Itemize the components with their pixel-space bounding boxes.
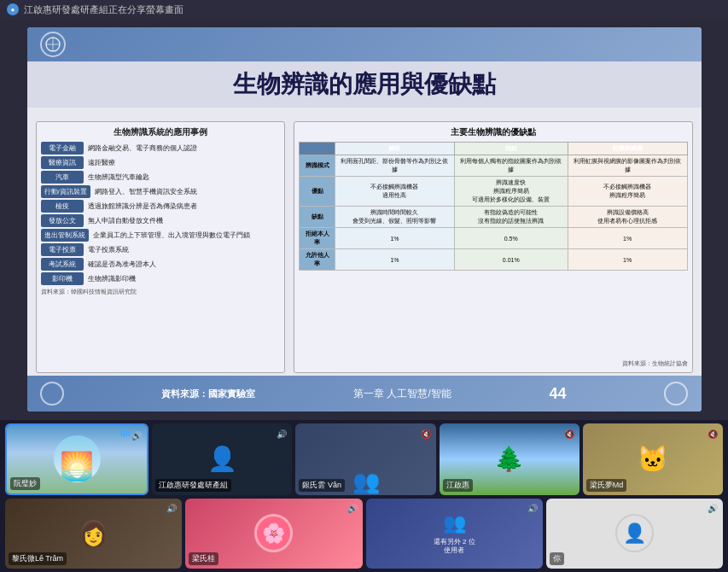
left-category: 行動/資訊裝置 [41, 185, 90, 198]
right-source: 資料來源：生物統計協會 [299, 360, 687, 368]
left-panel-title: 生物辨識系統的應用事例 [41, 126, 281, 138]
participant-name: 你 [550, 552, 564, 565]
left-category: 考試系統 [41, 258, 84, 271]
left-desc: 電子投票系統 [85, 243, 281, 256]
slide-top-decoration [27, 27, 702, 61]
table-row: 優點 不必接觸辨識機器適用性高 辨識速度快辨識程序簡易可適用於多樣化的設備、裝置… [300, 177, 687, 207]
finger-cell: 利用每個人獨有的指紋圖案作為判別依據 [454, 155, 568, 177]
left-rows-container: 電子金融 網路金融交易、電子商務的個人認證 醫療資訊 遠距醫療 汽車 生物辨識型… [41, 142, 281, 285]
iris-cell: 1% [568, 249, 687, 271]
table-row: 缺點 辨識時間時間較久會受到光線、假髮、照明等影響 有指紋偽造的可能性沒有指紋的… [300, 207, 687, 228]
bio-table: 臉部 指紋 虹膜與網膜 辨識模式 利用面孔間距、部份骨骼等作為判別之依據 利用每… [299, 142, 687, 271]
left-row: 影印機 生物辨識影印機 [41, 272, 281, 285]
left-row: 醫療資訊 遠距醫療 [41, 156, 281, 169]
presentation-area: 生物辨識的應用與優缺點 生物辨識系統的應用事例 電子金融 網路金融交易、電子商務… [0, 19, 728, 420]
participant-tile[interactable]: 🐱 梁氏夢Md🔇 [583, 423, 723, 495]
table-container: 臉部 指紋 虹膜與網膜 辨識模式 利用面孔間距、部份骨骼等作為判別之依據 利用每… [299, 142, 687, 358]
table-row: 辨識模式 利用面孔間距、部份骨骼等作為判別之依據 利用每個人獨有的指紋圖案作為判… [300, 155, 687, 177]
participant-name: 銀氏雲 Vân [299, 479, 345, 492]
left-row: 進出管制系統 企業員工的上下班管理、出入境管理與數位電子門鎖 [41, 229, 281, 242]
mic-active-icon: 🔊 [707, 503, 719, 515]
slide-container: 生物辨識的應用與優缺點 生物辨識系統的應用事例 電子金融 網路金融交易、電子商務… [27, 27, 702, 411]
participant-tile[interactable]: 🌅 阮璧妙🔊 [5, 423, 149, 495]
left-category: 電子金融 [41, 142, 84, 155]
bottom-ornament-left [40, 382, 64, 406]
left-desc: 企業員工的上下班管理、出入境管理與數位電子門鎖 [90, 229, 281, 242]
finger-cell: 0.01% [454, 249, 568, 271]
participant-name: 梁氏夢Md [586, 479, 627, 492]
left-desc: 生物辨識影印機 [85, 272, 281, 285]
left-category: 汽車 [41, 171, 84, 184]
mic-active-icon: 🔊 [131, 429, 143, 441]
mic-muted-icon: 🔇 [420, 428, 432, 440]
mic-active-icon: 🔊 [166, 503, 178, 515]
slide-body: 生物辨識系統的應用事例 電子金融 網路金融交易、電子商務的個人認證 醫療資訊 遠… [36, 121, 693, 373]
left-desc: 遠距醫療 [85, 156, 281, 169]
bio-table-body: 辨識模式 利用面孔間距、部份骨骼等作為判別之依據 利用每個人獨有的指紋圖案作為判… [300, 155, 687, 271]
app-icon: ● [7, 3, 19, 15]
row-header: 缺點 [300, 207, 335, 228]
mic-active-icon: 🔊 [347, 503, 358, 515]
finger-cell: 有指紋偽造的可能性沒有指紋的話便無法辨識 [454, 207, 568, 228]
left-row: 檢疫 透過旅館辨識分辨是否為傳染病患者 [41, 200, 281, 213]
slide-page-num: 44 [550, 385, 567, 403]
left-row: 電子金融 網路金融交易、電子商務的個人認證 [41, 142, 281, 155]
participants-area: 🌅 阮璧妙🔊 👤 江啟惠研發處研產組🔊 👥 銀氏雲 Vân🔇 🌲 江啟惠🔇 🐱 … [0, 420, 728, 572]
table-header-empty [300, 143, 335, 155]
face-cell: 1% [335, 228, 455, 249]
participant-tile[interactable]: 👩 黎氏微Lê Trâm🔊 [5, 499, 182, 569]
table-row: 拒絕本人率 1% 0.5% 1% [300, 228, 687, 249]
left-category: 影印機 [41, 272, 84, 285]
slide-title: 生物辨識的應用與優缺點 [27, 61, 702, 108]
right-panel: 主要生物辨識的優缺點 臉部 指紋 虹膜與網膜 [294, 121, 692, 373]
left-desc: 無人申請自動發放文件機 [85, 214, 281, 227]
participant-tile[interactable]: 👥 銀氏雲 Vân🔇 [295, 423, 435, 495]
participant-name: 阮璧妙 [10, 477, 40, 490]
face-cell: 1% [335, 249, 455, 271]
face-cell: 利用面孔間距、部份骨骼等作為判別之依據 [335, 155, 455, 177]
left-row: 電子投票 電子投票系統 [41, 243, 281, 256]
participant-name: 梁氏桂 [189, 552, 218, 565]
iris-cell: 利用虹膜與視網膜的影像圖案作為判別依據 [568, 155, 687, 177]
left-row: 發放公文 無人申請自動發放文件機 [41, 214, 281, 227]
table-header-face: 臉部 [335, 143, 455, 155]
row-header: 辨識模式 [300, 155, 335, 177]
left-source: 資料來源：韓國科技情報資訊研究院 [41, 288, 281, 296]
finger-cell: 辨識速度快辨識程序簡易可適用於多樣化的設備、裝置 [454, 177, 568, 207]
mic-active-icon: 🔊 [527, 503, 539, 515]
left-row: 汽車 生物辨識型汽車鑰匙 [41, 171, 281, 184]
title-bar: ● 江啟惠研發處研產組正在分享螢幕畫面 [0, 0, 728, 19]
bottom-ornament-right [664, 382, 688, 406]
window-title: 江啟惠研發處研產組正在分享螢幕畫面 [24, 3, 183, 16]
main-area: 生物辨識的應用與優缺點 生物辨識系統的應用事例 電子金融 網路金融交易、電子商務… [0, 19, 728, 572]
participant-tile[interactable]: 👤 你🔊 [546, 499, 723, 569]
left-desc: 網路登入、智慧手機資訊安全系統 [92, 185, 280, 198]
left-category: 電子投票 [41, 243, 84, 256]
table-header-finger: 指紋 [454, 143, 568, 155]
left-category: 檢疫 [41, 200, 84, 213]
slide-chapter: 第一章 人工智慧/智能 [353, 387, 451, 401]
participant-tile[interactable]: 🌲 江啟惠🔇 [440, 423, 579, 495]
slide-bottom: 資料來源：國家實驗室 第一章 人工智慧/智能 44 [27, 376, 702, 411]
slide-ornament-left [40, 32, 66, 57]
participants-row-1: 🌅 阮璧妙🔊 👤 江啟惠研發處研產組🔊 👥 銀氏雲 Vân🔇 🌲 江啟惠🔇 🐱 … [5, 423, 723, 495]
mic-muted-icon: 🔇 [563, 428, 575, 440]
slide-source-label: 資料來源：國家實驗室 [161, 388, 255, 400]
face-cell: 不必接觸辨識機器適用性高 [335, 177, 455, 207]
row-header: 優點 [300, 177, 335, 207]
iris-cell: 1% [568, 228, 687, 249]
iris-cell: 不必接觸辨識機器辨識程序簡易 [568, 177, 687, 207]
participant-tile[interactable]: 👤 江啟惠研發處研產組🔊 [152, 423, 292, 495]
participant-name: 江啟惠 [443, 479, 473, 492]
left-row: 考試系統 確認是否為准考證本人 [41, 258, 281, 271]
left-desc: 生物辨識型汽車鑰匙 [85, 171, 281, 184]
participant-name: 黎氏微Lê Trâm [9, 552, 67, 565]
table-row: 允許他人率 1% 0.01% 1% [300, 249, 687, 271]
left-desc: 網路金融交易、電子商務的個人認證 [85, 142, 281, 155]
participant-tile[interactable]: 👥 還有另外 2 位使用者 🔊 [366, 499, 543, 569]
table-header-iris: 虹膜與網膜 [568, 143, 687, 155]
participant-name: 江啟惠研發處研產組 [155, 479, 231, 492]
right-panel-title: 主要生物辨識的優缺點 [299, 126, 687, 138]
participant-tile[interactable]: 🌸 梁氏桂🔊 [185, 499, 362, 569]
left-category: 進出管制系統 [41, 229, 89, 242]
